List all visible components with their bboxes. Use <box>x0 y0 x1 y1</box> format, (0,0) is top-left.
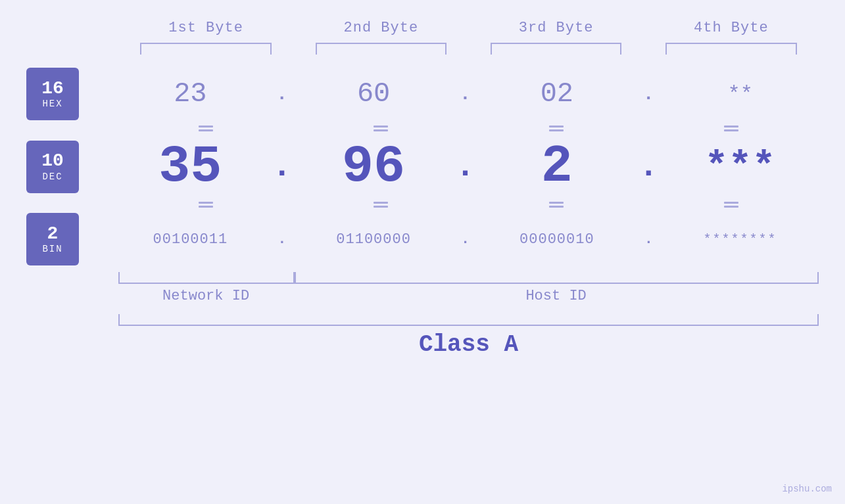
bracket-cell-4 <box>644 43 819 55</box>
top-bracket-3 <box>491 43 622 55</box>
equal-cell-3a <box>469 126 644 131</box>
equal-cell-3b <box>469 202 644 208</box>
hex-dot1: . <box>272 84 292 104</box>
dec-val3-cell: 2 <box>479 137 636 196</box>
bottom-bracket-row <box>26 272 819 284</box>
bracket-cell-1 <box>118 43 293 55</box>
equal-sign-3a <box>549 126 564 131</box>
bin-val1: 00100011 <box>153 231 228 248</box>
top-bracket-row <box>26 43 819 55</box>
hex-val4: ** <box>727 82 752 106</box>
class-bracket <box>118 314 819 326</box>
bracket-cell-3 <box>469 43 644 55</box>
hex-values: 23 . 60 . 02 . ** <box>112 78 819 110</box>
bin-val1-cell: 00100011 <box>112 231 269 248</box>
hex-val4-cell: ** <box>662 82 819 106</box>
dec-base-number: 10 <box>41 151 64 172</box>
byte4-header: 4th Byte <box>644 20 819 36</box>
dec-val1: 35 <box>158 137 222 196</box>
equal-cell-2b <box>293 202 468 208</box>
dec-dot1: . <box>272 148 292 185</box>
dec-dot3: . <box>639 148 658 185</box>
watermark: ipshu.com <box>782 484 832 494</box>
bin-val2-cell: 01100000 <box>295 231 452 248</box>
byte-headers-row: 1st Byte 2nd Byte 3rd Byte 4th Byte <box>26 20 819 36</box>
equal-sign-2b <box>374 202 388 208</box>
equal-cell-2a <box>293 126 468 131</box>
dec-base-label: 10 DEC <box>26 141 112 193</box>
hex-base-label: 16 HEX <box>26 68 112 120</box>
hex-val3-cell: 02 <box>479 78 636 110</box>
dec-val4-cell: *** <box>662 145 819 189</box>
bin-base-number: 2 <box>47 224 59 244</box>
top-bracket-2 <box>316 43 447 55</box>
network-bracket <box>118 272 295 284</box>
bin-val3-cell: 00000010 <box>479 231 636 248</box>
hex-row: 16 HEX 23 . 60 . 02 . ** <box>26 68 819 120</box>
equal-cell-4b <box>644 202 819 208</box>
bin-row: 2 BIN 00100011 . 01100000 . 00000010 . *… <box>26 213 819 265</box>
equal-sign-2a <box>374 126 388 131</box>
hex-dot3: . <box>639 84 658 104</box>
bin-base-label: 2 BIN <box>26 213 112 265</box>
equal-row-1 <box>26 126 819 131</box>
bin-dot3: . <box>639 231 658 248</box>
host-id-label: Host ID <box>293 288 819 304</box>
equal-row-2 <box>26 202 819 208</box>
dec-badge: 10 DEC <box>26 141 79 193</box>
hex-dot2: . <box>456 84 475 104</box>
bin-base-text: BIN <box>42 244 62 254</box>
dec-row: 10 DEC 35 . 96 . 2 . *** <box>26 137 819 196</box>
host-bracket <box>295 272 819 284</box>
class-label: Class A <box>118 331 819 358</box>
hex-val1-cell: 23 <box>112 78 269 110</box>
equal-sign-1b <box>199 202 213 208</box>
hex-badge: 16 HEX <box>26 68 79 120</box>
bin-val2: 01100000 <box>336 231 411 248</box>
hex-base-text: HEX <box>42 99 62 109</box>
dec-val2-cell: 96 <box>295 137 452 196</box>
dec-values: 35 . 96 . 2 . *** <box>112 137 819 196</box>
dec-val1-cell: 35 <box>112 137 269 196</box>
dec-val2: 96 <box>342 137 405 196</box>
equal-sign-3b <box>549 202 564 208</box>
dec-dot2: . <box>456 148 475 185</box>
id-labels-row: Network ID Host ID <box>26 288 819 304</box>
bracket-cell-2 <box>293 43 468 55</box>
bin-val4-cell: ******** <box>662 232 819 247</box>
class-label-row: Class A <box>26 331 819 358</box>
bin-val3: 00000010 <box>519 231 594 248</box>
equal-cell-1b <box>118 202 293 208</box>
bin-badge: 2 BIN <box>26 213 79 265</box>
hex-val1: 23 <box>174 78 206 110</box>
equal-sign-1a <box>199 126 213 131</box>
top-bracket-1 <box>140 43 272 55</box>
hex-val2: 60 <box>357 78 390 110</box>
hex-val2-cell: 60 <box>295 78 452 110</box>
bin-values: 00100011 . 01100000 . 00000010 . *******… <box>112 231 819 248</box>
main-container: 1st Byte 2nd Byte 3rd Byte 4th Byte 16 H… <box>0 0 845 504</box>
equal-sign-4a <box>724 126 738 131</box>
byte2-header: 2nd Byte <box>293 20 468 36</box>
network-id-label: Network ID <box>118 288 293 304</box>
hex-val3: 02 <box>541 78 573 110</box>
byte3-header: 3rd Byte <box>469 20 644 36</box>
equal-cell-1a <box>118 126 293 131</box>
byte1-header: 1st Byte <box>118 20 293 36</box>
equal-cell-4a <box>644 126 819 131</box>
top-bracket-4 <box>665 43 797 55</box>
dec-val4: *** <box>705 145 776 189</box>
dec-base-text: DEC <box>42 172 62 182</box>
bin-dot2: . <box>456 231 475 248</box>
dec-val3: 2 <box>541 137 573 196</box>
bin-dot1: . <box>272 231 292 248</box>
class-bracket-row <box>26 314 819 326</box>
bin-val4: ******** <box>704 232 777 247</box>
hex-base-number: 16 <box>41 79 64 99</box>
equal-sign-4b <box>724 202 738 208</box>
